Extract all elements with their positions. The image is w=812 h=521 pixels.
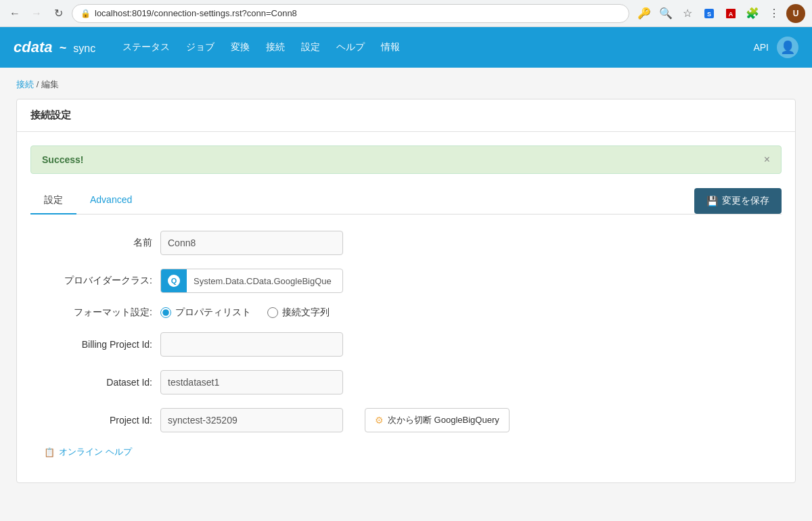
nav-item-info[interactable]: 情報 [381, 39, 400, 56]
breadcrumb-link[interactable]: 接続 [16, 79, 34, 89]
forward-button[interactable]: → [28, 5, 45, 22]
address-bar[interactable]: 🔒 localhost:8019/connection-settings.rst… [72, 4, 629, 23]
form-section: 名前 プロバイダークラス: Q System.Data.CData.Google… [30, 231, 782, 432]
provider-search-button[interactable]: Q [161, 269, 187, 293]
breadcrumb-current: 編集 [41, 79, 59, 89]
user-avatar-btn[interactable]: U [786, 4, 805, 23]
key-icon-btn[interactable]: 🔑 [635, 4, 654, 23]
help-icon: 📋 [44, 447, 55, 457]
tab-settings[interactable]: 設定 [30, 187, 76, 214]
input-project-id[interactable] [160, 408, 343, 432]
zoom-icon-btn[interactable]: 🔍 [656, 4, 675, 23]
label-billing: Billing Project Id: [44, 339, 152, 350]
ext2-icon-btn[interactable]: A [721, 4, 740, 23]
ext1-icon-btn[interactable]: S [700, 4, 719, 23]
more-icon-btn[interactable]: ⋮ [765, 4, 784, 23]
nav-item-help[interactable]: ヘルプ [336, 39, 365, 56]
nav-item-settings[interactable]: 設定 [301, 39, 320, 56]
radio-option-property-list[interactable]: プロパティリスト [160, 307, 251, 319]
logo-area: cdata ~ sync [14, 39, 95, 56]
nav-item-jobs[interactable]: ジョブ [186, 39, 215, 56]
input-billing-project-id[interactable] [160, 332, 343, 357]
tab-advanced[interactable]: Advanced [76, 187, 145, 214]
online-help-label: オンライン ヘルプ [59, 446, 132, 458]
page-title: 接続設定 [30, 109, 71, 120]
form-row-project: Project Id: ⚙ 次から切断 GoogleBigQuery [44, 408, 768, 432]
nav-item-connections[interactable]: 接続 [266, 39, 285, 56]
label-project: Project Id: [44, 415, 152, 426]
form-row-provider: プロバイダークラス: Q System.Data.CData.GoogleBig… [44, 269, 768, 293]
radio-option-connection-string[interactable]: 接続文字列 [267, 307, 330, 319]
radio-connection-string[interactable] [267, 307, 278, 318]
input-dataset-id[interactable] [160, 370, 343, 394]
radio-label-property-list: プロパティリスト [175, 307, 251, 319]
radio-label-connection-string: 接続文字列 [282, 307, 330, 319]
provider-field-wrapper: Q System.Data.CData.GoogleBigQue [160, 269, 343, 293]
api-label[interactable]: API [753, 42, 769, 53]
nav-menu: ステータス ジョブ 変換 接続 設定 ヘルプ 情報 [122, 39, 753, 56]
puzzle-icon-btn[interactable]: 🧩 [743, 4, 762, 23]
card-header: 接続設定 [17, 99, 795, 132]
breadcrumb-separator: / [37, 79, 39, 89]
nav-item-transform[interactable]: 変換 [231, 39, 250, 56]
alert-success: Success! × [30, 145, 782, 174]
page-content: 接続 / 編集 接続設定 Success! × 設定 Advanced 💾 変更 [0, 68, 812, 521]
logo-cdata: cdata [14, 39, 53, 55]
save-icon: 💾 [706, 196, 718, 206]
disconnect-icon: ⚙ [375, 415, 384, 426]
card-body: Success! × 設定 Advanced 💾 変更を保存 名前 [17, 132, 795, 482]
bookmark-icon-btn[interactable]: ☆ [678, 4, 697, 23]
header-right: API 👤 [753, 37, 798, 58]
search-icon: Q [168, 275, 180, 287]
reload-button[interactable]: ↻ [50, 5, 66, 22]
form-row-name: 名前 [44, 231, 768, 255]
alert-close-button[interactable]: × [764, 154, 770, 165]
form-row-dataset: Dataset Id: [44, 370, 768, 394]
tabs: 設定 Advanced [30, 187, 145, 214]
tabs-row: 設定 Advanced 💾 変更を保存 [30, 187, 782, 214]
app-header: cdata ~ sync ステータス ジョブ 変換 接続 設定 ヘルプ 情報 A… [0, 27, 812, 68]
input-name[interactable] [160, 231, 343, 255]
label-dataset: Dataset Id: [44, 377, 152, 388]
alert-message: Success! [42, 154, 83, 165]
radio-group-format: プロパティリスト 接続文字列 [160, 307, 330, 319]
logo-text: cdata ~ sync [14, 39, 95, 56]
logo-cloud-icon: ~ [60, 41, 67, 55]
label-name: 名前 [44, 237, 152, 249]
label-provider: プロバイダークラス: [44, 275, 152, 287]
svg-text:A: A [729, 11, 734, 18]
disconnect-label: 次から切断 GoogleBigQuery [388, 414, 499, 426]
online-help-link[interactable]: 📋 オンライン ヘルプ [30, 446, 782, 469]
nav-item-status[interactable]: ステータス [122, 39, 170, 56]
lock-icon: 🔒 [81, 9, 91, 18]
logo-sync: sync [73, 43, 95, 54]
browser-actions: 🔑 🔍 ☆ S A 🧩 ⋮ U [635, 4, 805, 23]
back-button[interactable]: ← [7, 5, 23, 22]
save-label: 変更を保存 [722, 195, 769, 207]
form-row-billing: Billing Project Id: [44, 332, 768, 357]
svg-text:S: S [707, 11, 711, 18]
radio-property-list[interactable] [160, 307, 171, 318]
label-format: フォーマット設定: [44, 307, 152, 319]
connection-settings-card: 接続設定 Success! × 設定 Advanced 💾 変更を保存 [16, 99, 796, 483]
provider-value: System.Data.CData.GoogleBigQue [187, 276, 338, 286]
browser-chrome: ← → ↻ 🔒 localhost:8019/connection-settin… [0, 0, 812, 27]
disconnect-button[interactable]: ⚙ 次から切断 GoogleBigQuery [365, 408, 510, 432]
url-text: localhost:8019/connection-settings.rst?c… [95, 8, 297, 18]
save-button[interactable]: 💾 変更を保存 [694, 188, 782, 214]
user-icon[interactable]: 👤 [777, 37, 798, 58]
breadcrumb: 接続 / 編集 [16, 78, 796, 91]
form-row-format: フォーマット設定: プロパティリスト 接続文字列 [44, 307, 768, 319]
